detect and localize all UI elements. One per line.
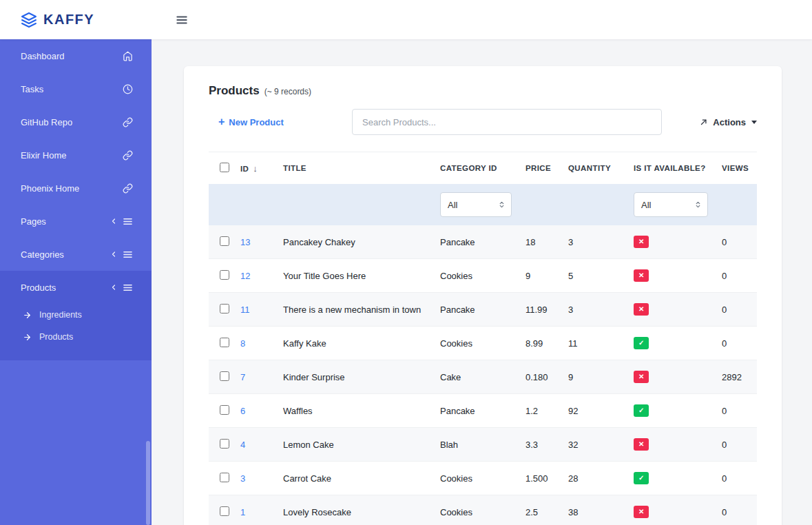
- row-checkbox[interactable]: [220, 439, 229, 449]
- row-category: Blah: [433, 428, 519, 462]
- plus-icon: +: [218, 116, 225, 128]
- row-checkbox[interactable]: [220, 304, 229, 313]
- hamburger-icon: [175, 14, 189, 26]
- sidebar-toggle-button[interactable]: [175, 14, 189, 26]
- table-row: 7 Kinder Surprise Cake 0.180 9 ✕ 2892: [209, 360, 757, 394]
- row-id-link[interactable]: 1: [240, 507, 245, 517]
- sidebar-item-label: Phoenix Home: [21, 183, 79, 194]
- row-checkbox[interactable]: [220, 338, 229, 347]
- row-checkbox[interactable]: [220, 371, 229, 381]
- submenu-item-ingredients[interactable]: Ingredients: [0, 304, 152, 326]
- table-row: 6 Waffles Pancake 1.2 92 ✓ 0: [209, 394, 757, 428]
- table-row: 13 Pancakey Chakey Pancake 18 3 ✕ 0: [209, 225, 757, 259]
- column-header-id[interactable]: ID↓: [233, 152, 276, 185]
- row-id-link[interactable]: 8: [240, 338, 245, 349]
- sidebar-item-pages[interactable]: Pages: [0, 205, 152, 238]
- row-views: 0: [715, 495, 757, 525]
- new-product-button[interactable]: + New Product: [209, 116, 352, 128]
- availability-badge: ✕: [634, 236, 649, 248]
- row-id-link[interactable]: 4: [240, 440, 245, 450]
- row-views: 0: [715, 462, 757, 495]
- submenu-item-label: Products: [39, 332, 73, 342]
- availability-badge: ✕: [634, 371, 649, 383]
- submenu-item-products[interactable]: Products: [0, 326, 152, 348]
- menu-icon: [123, 216, 133, 227]
- row-category: Pancake: [433, 394, 519, 428]
- row-title: Waffles: [276, 394, 433, 428]
- sidebar-item-phoenix-home[interactable]: Phoenix Home: [0, 172, 152, 205]
- row-category: Pancake: [433, 225, 519, 259]
- row-views: 0: [715, 327, 757, 360]
- link-icon: [123, 183, 133, 194]
- link-icon: [123, 150, 133, 161]
- row-title: Lovely Rosecake: [276, 495, 433, 525]
- menu-icon: [123, 282, 133, 293]
- select-all-checkbox[interactable]: [220, 163, 229, 172]
- row-price: 8.99: [519, 327, 561, 360]
- row-checkbox[interactable]: [220, 270, 229, 280]
- sidebar-item-dashboard[interactable]: Dashboard: [0, 39, 152, 72]
- row-checkbox[interactable]: [220, 405, 229, 415]
- app-window: KAFFY Dashboard Tasks: [0, 0, 812, 525]
- card-title-row: Products (~ 9 records): [209, 84, 757, 98]
- table-filter-row: All All: [209, 184, 757, 225]
- sidebar-item-label: Categories: [21, 249, 64, 260]
- row-checkbox[interactable]: [220, 473, 229, 482]
- sidebar-item-label: Elixir Home: [21, 150, 66, 161]
- availability-badge: ✕: [634, 506, 649, 518]
- category-filter-value: All: [448, 200, 457, 210]
- sidebar-item-label: Dashboard: [21, 51, 65, 61]
- table-row: 8 Kaffy Kake Cookies 8.99 11 ✓ 0: [209, 327, 757, 360]
- sidebar-scrollbar-thumb[interactable]: [146, 441, 150, 525]
- arrow-right-icon: [23, 311, 32, 320]
- sidebar-item-categories[interactable]: Categories: [0, 238, 152, 271]
- availability-badge: ✕: [634, 269, 649, 282]
- row-title: Pancakey Chakey: [276, 225, 433, 259]
- row-price: 9: [519, 259, 561, 293]
- category-filter-select[interactable]: All: [440, 192, 512, 217]
- sidebar-item-github-repo[interactable]: GitHub Repo: [0, 105, 152, 138]
- search-input[interactable]: [352, 109, 662, 135]
- home-icon: [123, 51, 133, 61]
- toolbar: + New Product Actions: [209, 109, 757, 135]
- row-quantity: 28: [561, 462, 627, 495]
- select-arrows-icon: [498, 200, 506, 209]
- chevron-left-icon: [110, 250, 118, 258]
- row-checkbox[interactable]: [220, 236, 229, 246]
- brand-logo[interactable]: KAFFY: [0, 12, 152, 28]
- row-quantity: 3: [561, 293, 627, 327]
- actions-dropdown[interactable]: Actions: [699, 117, 757, 127]
- column-header-available: IS IT AVAILABLE?: [627, 152, 715, 185]
- row-title: Kaffy Kake: [276, 327, 433, 360]
- main-content: Products (~ 9 records) + New Product Act…: [152, 39, 812, 525]
- row-id-link[interactable]: 13: [240, 237, 250, 247]
- sidebar-item-elixir-home[interactable]: Elixir Home: [0, 138, 152, 172]
- availability-filter-select[interactable]: All: [634, 192, 708, 217]
- availability-badge: ✕: [634, 303, 649, 316]
- column-header-title: TITLE: [276, 152, 433, 185]
- row-id-link[interactable]: 12: [240, 271, 250, 281]
- row-id-link[interactable]: 7: [240, 372, 245, 382]
- topbar: KAFFY: [0, 0, 812, 39]
- row-views: 0: [715, 394, 757, 428]
- row-quantity: 92: [561, 394, 627, 428]
- row-category: Cookies: [433, 495, 519, 525]
- row-id-link[interactable]: 11: [240, 305, 250, 315]
- arrow-right-icon: [23, 333, 32, 342]
- row-id-link[interactable]: 3: [240, 473, 245, 484]
- menu-icon: [123, 249, 133, 260]
- sidebar-item-products[interactable]: Products: [0, 271, 152, 304]
- row-title: There is a new mechanism in town: [276, 293, 433, 327]
- sidebar-active-section: Products Ingredients Products: [0, 271, 152, 360]
- row-id-link[interactable]: 6: [240, 406, 245, 416]
- sidebar-item-label: GitHub Repo: [21, 117, 72, 127]
- column-header-quantity: QUANTITY: [561, 152, 627, 185]
- products-table: ID↓ TITLE CATEGORY ID PRICE QUANTITY IS …: [209, 152, 757, 525]
- row-checkbox[interactable]: [220, 506, 229, 516]
- sort-desc-icon[interactable]: ↓: [253, 163, 258, 174]
- sidebar-item-tasks[interactable]: Tasks: [0, 72, 152, 105]
- sidebar-item-label: Products: [21, 282, 56, 293]
- link-icon: [123, 117, 133, 127]
- table-row: 3 Carrot Cake Cookies 1.500 28 ✓ 0: [209, 462, 757, 495]
- row-category: Pancake: [433, 293, 519, 327]
